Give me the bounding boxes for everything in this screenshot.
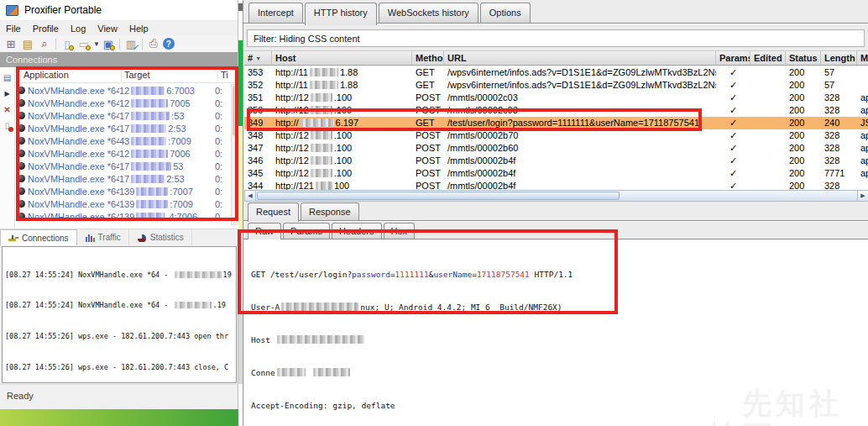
status-text: Ready bbox=[7, 391, 34, 401]
menu-profile[interactable]: Profile bbox=[27, 24, 65, 34]
redaction-blur bbox=[316, 181, 332, 190]
row-length: 328 bbox=[821, 92, 857, 104]
log-clipboard-icon[interactable]: ▥✓ bbox=[123, 37, 139, 51]
tab-statistics[interactable]: Statistics bbox=[129, 229, 192, 245]
col-length[interactable]: Length bbox=[821, 51, 857, 65]
menu-log[interactable]: Log bbox=[65, 24, 92, 34]
tab-request[interactable]: Request bbox=[248, 202, 299, 222]
row-length: 328 bbox=[821, 104, 857, 117]
tab-params[interactable]: Params bbox=[283, 223, 330, 239]
close-x-icon[interactable]: ✕ bbox=[2, 104, 13, 115]
save-profile-icon[interactable]: ▣ bbox=[101, 37, 116, 51]
proxifier-log[interactable]: [08.27 14:55:24] NoxVMHandle.exe *64 - 1… bbox=[2, 246, 237, 383]
sort-desc-icon: ▼ bbox=[255, 55, 261, 61]
http-history-row-selected[interactable]: 349 http://6.197 GET /test/user/login?pa… bbox=[244, 117, 868, 129]
connection-row[interactable]: NoxVMHandle.exe *64 126:7003 0: bbox=[15, 84, 238, 97]
menu-file[interactable]: File bbox=[0, 24, 27, 34]
tab-intercept[interactable]: Intercept bbox=[248, 3, 303, 23]
row-mime bbox=[857, 66, 868, 79]
connections-scrollbar[interactable] bbox=[231, 84, 238, 225]
row-number: 352 bbox=[244, 79, 272, 92]
proxifier-titlebar: Proxifier Portable bbox=[0, 0, 238, 21]
col-params[interactable]: Params bbox=[716, 51, 750, 65]
row-status: 200 bbox=[786, 142, 821, 155]
col-number[interactable]: #▼ bbox=[244, 51, 272, 65]
col-edited[interactable]: Edited bbox=[750, 51, 786, 65]
connection-app: NoxVMHandle.exe *64 bbox=[15, 111, 119, 121]
log-line: [08.27 14:55:24] NoxVMHandle.exe *64 - 1… bbox=[5, 270, 236, 280]
connection-row[interactable]: NoxVMHandle.exe *64 127005 0: bbox=[15, 97, 238, 109]
http-history-row[interactable]: 346 http://12.100 POST /mmtls/00002b4f ✓… bbox=[244, 155, 868, 167]
connection-row[interactable]: NoxVMHandle.exe *64 17:53 0: bbox=[15, 109, 238, 122]
filter-bar[interactable]: Filter: Hiding CSS content bbox=[247, 29, 865, 47]
play-icon[interactable]: ▶ bbox=[2, 88, 13, 99]
http-history-row[interactable]: 352 http://111.88 GET /wpsv6internet/inf… bbox=[244, 79, 868, 92]
connection-time: 0: bbox=[215, 111, 222, 121]
connection-row[interactable]: NoxVMHandle.exe *64 1753 0: bbox=[15, 160, 238, 172]
http-history-row[interactable]: 350 http://12.100 POST /mmtls/00002c03 ✓… bbox=[244, 104, 868, 117]
connection-row[interactable]: NoxVMHandle.exe *64 139:7009 0: bbox=[15, 197, 238, 210]
connection-row[interactable]: NoxVMHandle.exe *64 43:7009 0: bbox=[15, 134, 238, 147]
print-icon[interactable]: ⎙ bbox=[146, 37, 161, 51]
network-settings-icon[interactable]: ⊞ bbox=[3, 37, 18, 51]
log-stop-icon[interactable]: ▯ bbox=[2, 120, 13, 131]
menu-help[interactable]: Help bbox=[123, 24, 154, 34]
request-line: GET /test/user/login?password=1111111&us… bbox=[251, 269, 868, 280]
col-mime[interactable]: MI bbox=[857, 51, 868, 65]
tab-headers[interactable]: Headers bbox=[332, 223, 382, 239]
http-history-row[interactable]: 347 http://12.100 POST /mmtls/00002b60 ✓… bbox=[244, 142, 868, 155]
connection-target: 139.4:7006 bbox=[119, 212, 215, 222]
row-method: POST bbox=[412, 167, 444, 180]
open-profile-caret-icon[interactable]: ▼ bbox=[93, 40, 100, 48]
scroll-right-icon[interactable]: ▶ bbox=[857, 191, 868, 201]
http-history-row[interactable]: 353 http://111.88 GET /wpsv6internet/inf… bbox=[244, 66, 868, 79]
redaction-blur bbox=[310, 68, 338, 76]
scrollbar-thumb[interactable] bbox=[257, 192, 620, 200]
row-method: POST bbox=[412, 155, 444, 167]
tab-options[interactable]: Options bbox=[480, 3, 531, 23]
tab-connections[interactable]: Connections bbox=[0, 229, 77, 245]
connection-row[interactable]: NoxVMHandle.exe *64 127006 0: bbox=[15, 147, 238, 160]
tab-hex[interactable]: Hex bbox=[384, 223, 416, 239]
col-status[interactable]: Status bbox=[786, 51, 821, 65]
open-profile-icon[interactable]: ▭ bbox=[76, 37, 92, 51]
connection-row[interactable]: NoxVMHandle.exe *64 172:53 0: bbox=[15, 122, 238, 134]
redaction-blur bbox=[310, 81, 338, 89]
tab-websockets-history[interactable]: WebSockets history bbox=[379, 3, 478, 23]
connection-app: NoxVMHandle.exe *64 bbox=[15, 149, 119, 159]
connection-row[interactable]: NoxVMHandle.exe *64 139:7007 0: bbox=[15, 185, 238, 197]
http-history-row[interactable]: 351 http://12.100 POST /mmtls/00002c03 ✓… bbox=[244, 92, 868, 104]
row-params-check: ✓ bbox=[716, 79, 750, 92]
new-profile-icon[interactable]: ▯ bbox=[60, 37, 75, 51]
tab-raw[interactable]: Raw bbox=[248, 223, 281, 239]
col-time[interactable]: Ti bbox=[221, 70, 228, 80]
tab-response[interactable]: Response bbox=[301, 202, 359, 220]
col-target[interactable]: Target bbox=[124, 70, 150, 80]
tab-traffic[interactable]: Traffic bbox=[77, 229, 129, 245]
screenshot-root: Proxifier Portable File Profile Log View… bbox=[0, 0, 868, 426]
connections-side-toolbar: ▤ ▶ ✕ ▯ bbox=[0, 67, 15, 229]
col-host[interactable]: Host bbox=[272, 51, 412, 65]
http-history-row[interactable]: 344 http://121100 POST /mmtls/00002b4f ✓… bbox=[244, 180, 868, 190]
connection-app: NoxVMHandle.exe *64 bbox=[15, 98, 119, 108]
redaction-blur bbox=[136, 200, 168, 208]
help-icon[interactable]: ? bbox=[163, 38, 175, 50]
menu-view[interactable]: View bbox=[92, 24, 123, 34]
col-url[interactable]: URL bbox=[444, 51, 716, 65]
http-history-row[interactable]: 345 http://12.100 POST /mmtls/00002b4f ✓… bbox=[244, 167, 868, 180]
table-horizontal-scrollbar[interactable]: ◀ ▶ bbox=[244, 190, 868, 202]
http-history-row[interactable]: 348 http://12.100 POST /mmtls/00002b70 ✓… bbox=[244, 129, 868, 142]
redaction-blur bbox=[311, 131, 332, 139]
xianzhi-logo-icon bbox=[697, 420, 729, 426]
panel-list-icon[interactable]: ▤ bbox=[2, 72, 13, 83]
col-method[interactable]: Method bbox=[412, 51, 444, 65]
col-application[interactable]: Application bbox=[24, 70, 69, 80]
scroll-left-icon[interactable]: ◀ bbox=[245, 191, 256, 201]
tab-http-history[interactable]: HTTP history bbox=[305, 3, 377, 25]
connection-row[interactable]: NoxVMHandle.exe *64 172:53 0: bbox=[15, 172, 238, 185]
proxification-rules-icon[interactable]: ▤ bbox=[20, 37, 35, 51]
proxy-checker-icon[interactable]: ⌕ bbox=[37, 37, 52, 51]
scrollbar-thumb[interactable] bbox=[233, 86, 236, 136]
connection-app: NoxVMHandle.exe *64 bbox=[15, 212, 119, 222]
connection-row[interactable]: NoxVMHandle.exe *64 139.4:7006 0 bbox=[15, 210, 238, 223]
